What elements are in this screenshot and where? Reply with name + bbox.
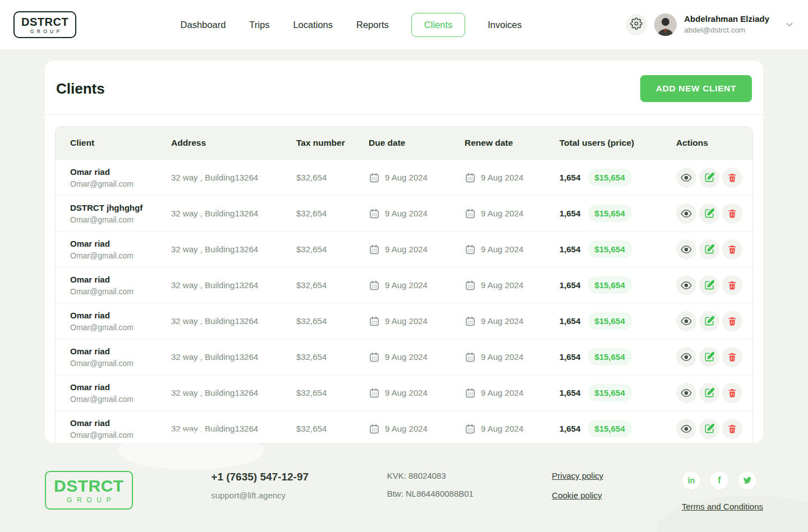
clients-table: Client Address Tax number Due date Renew…: [55, 126, 753, 443]
delete-button[interactable]: [722, 383, 742, 403]
view-button[interactable]: [676, 203, 696, 224]
linkedin-button[interactable]: in: [682, 471, 701, 490]
table-row[interactable]: Omar riad Omar@gmail.com 32 way , Buildi…: [56, 159, 752, 195]
delete-button[interactable]: [722, 347, 742, 367]
renew-date-value: 9 Aug 2024: [481, 244, 524, 254]
actions-cell: [676, 168, 752, 188]
renew-date-value: 9 Aug 2024: [481, 388, 524, 397]
nav-item-dashboard[interactable]: Dashboard: [180, 13, 227, 36]
view-button[interactable]: [676, 239, 696, 260]
client-cell: Omar riad Omar@gmail.com: [70, 167, 171, 188]
add-new-client-button[interactable]: ADD NEW CLIENT: [640, 75, 752, 102]
nav-item-invoices[interactable]: Invoices: [486, 13, 523, 36]
table-row[interactable]: Omar riad Omar@gmail.com 32 way , Buildi…: [56, 339, 752, 374]
view-button[interactable]: [676, 275, 696, 295]
user-menu[interactable]: Abdelrahman Elziady abdel@dstrct.com: [684, 14, 769, 35]
calendar-icon: [465, 423, 476, 434]
users-count: 1,654: [559, 280, 581, 290]
due-date-cell: 9 Aug 2024: [369, 208, 465, 219]
delete-button[interactable]: [722, 419, 742, 439]
actions-cell: [676, 275, 752, 295]
due-date-cell: 9 Aug 2024: [369, 244, 465, 255]
table-row[interactable]: Omar riad Omar@gmail.com 32 way , Buildi…: [56, 267, 752, 303]
due-date-cell: 9 Aug 2024: [369, 172, 465, 183]
client-cell: Omar riad Omar@gmail.com: [70, 239, 171, 260]
view-button[interactable]: [676, 311, 696, 331]
client-email: Omar@gmail.com: [70, 251, 171, 260]
view-button[interactable]: [676, 419, 696, 439]
trash-icon: [727, 388, 737, 398]
footer-contact: +1 (7635) 547-12-97 support@lift.agency: [211, 471, 309, 512]
actions-cell: [676, 347, 752, 367]
edit-button[interactable]: [699, 347, 719, 367]
footer-support-email: support@lift.agency: [211, 491, 309, 500]
nav-item-locations[interactable]: Locations: [292, 13, 334, 36]
footer-social: in f Terms and Conditions: [682, 471, 763, 512]
table-row[interactable]: Omar riad Omar@gmail.com 32 way , Buildi…: [56, 231, 752, 267]
col-header-actions: Actions: [676, 138, 752, 148]
renew-date-value: 9 Aug 2024: [481, 352, 524, 362]
facebook-button[interactable]: f: [710, 471, 729, 490]
footer-logo[interactable]: DSTRCT GROUP: [45, 471, 133, 510]
client-name: Omar riad: [70, 239, 171, 248]
delete-button[interactable]: [722, 275, 742, 295]
client-email: Omar@gmail.com: [70, 323, 171, 332]
view-button[interactable]: [676, 347, 696, 367]
eye-icon: [681, 244, 692, 255]
footer-policy-links: Privacy policy Cookie policy: [552, 471, 604, 512]
chevron-down-icon[interactable]: [784, 20, 795, 30]
tax-number-cell: $32,654: [296, 352, 369, 362]
calendar-icon: [369, 387, 380, 399]
due-date-value: 9 Aug 2024: [385, 424, 428, 433]
due-date-value: 9 Aug 2024: [385, 388, 428, 397]
renew-date-value: 9 Aug 2024: [481, 316, 524, 326]
edit-button[interactable]: [699, 419, 719, 439]
address-cell: 32 way , Building13264: [171, 388, 296, 397]
privacy-policy-link[interactable]: Privacy policy: [552, 471, 604, 480]
avatar[interactable]: [654, 13, 677, 36]
calendar-icon: [465, 208, 476, 219]
due-date-value: 9 Aug 2024: [385, 316, 428, 326]
edit-button[interactable]: [699, 275, 719, 295]
nav-item-trips[interactable]: Trips: [248, 13, 270, 36]
user-name: Abdelrahman Elziady: [684, 14, 769, 25]
client-name: Omar riad: [70, 311, 171, 320]
renew-date-cell: 9 Aug 2024: [465, 387, 559, 399]
edit-button[interactable]: [699, 168, 719, 188]
due-date-cell: 9 Aug 2024: [369, 280, 465, 291]
delete-button[interactable]: [722, 168, 742, 188]
cookie-policy-link[interactable]: Cookie policy: [552, 491, 604, 500]
renew-date-cell: 9 Aug 2024: [465, 208, 559, 219]
eye-icon: [681, 387, 692, 399]
nav-item-reports[interactable]: Reports: [355, 13, 390, 36]
brand-logo-line2: GROUP: [21, 29, 71, 34]
edit-button[interactable]: [699, 239, 719, 260]
delete-button[interactable]: [722, 239, 742, 260]
brand-logo[interactable]: DSTRCT GROUP: [13, 11, 76, 39]
clients-card: Clients ADD NEW CLIENT Client Address Ta…: [45, 61, 763, 443]
table-row[interactable]: Omar riad Omar@gmail.com 32 way , Buildi…: [56, 303, 752, 339]
footer-kvk: KVK: 88024083: [387, 471, 474, 480]
eye-icon: [681, 280, 692, 291]
view-button[interactable]: [676, 168, 696, 188]
settings-button[interactable]: [626, 14, 647, 35]
client-cell: Omar riad Omar@gmail.com: [70, 311, 171, 332]
terms-and-conditions-link[interactable]: Terms and Conditions: [682, 502, 763, 511]
page-title: Clients: [56, 80, 105, 98]
renew-date-cell: 9 Aug 2024: [465, 172, 559, 183]
edit-button[interactable]: [699, 311, 719, 331]
twitter-button[interactable]: [738, 471, 757, 490]
view-button[interactable]: [676, 383, 696, 403]
eye-icon: [681, 172, 692, 183]
delete-button[interactable]: [722, 203, 742, 224]
table-body: Omar riad Omar@gmail.com 32 way , Buildi…: [56, 159, 752, 443]
price-badge: $15,654: [588, 348, 632, 366]
table-row[interactable]: DSTRCT jhghghgf Omar@gmail.com 32 way , …: [56, 195, 752, 231]
total-users-cell: 1,654 $15,654: [559, 348, 676, 366]
table-row[interactable]: Omar riad Omar@gmail.com 32 way , Buildi…: [56, 374, 752, 410]
nav-item-clients[interactable]: Clients: [411, 13, 465, 37]
delete-button[interactable]: [722, 311, 742, 331]
due-date-value: 9 Aug 2024: [385, 209, 428, 218]
edit-button[interactable]: [699, 203, 719, 224]
edit-button[interactable]: [699, 383, 719, 403]
